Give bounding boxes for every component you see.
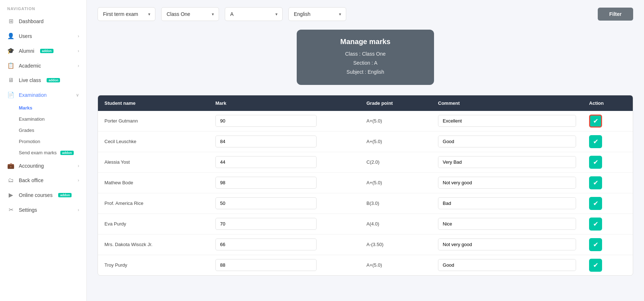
info-card-class: Class : Class One bbox=[345, 51, 386, 57]
chevron-right-icon: › bbox=[78, 63, 79, 68]
back-office-icon: 🗂 bbox=[7, 177, 14, 184]
sidebar-item-label: Dashboard bbox=[19, 18, 44, 24]
sidebar-item-accounting[interactable]: 💼 Accounting › bbox=[0, 158, 86, 173]
table-row: Cecil LeuschkeA+(5.0)✔ bbox=[98, 131, 633, 152]
mark-input[interactable] bbox=[215, 115, 317, 127]
chevron-right-icon: › bbox=[78, 48, 79, 53]
marks-table: Student name Mark Grade point Comment Ac… bbox=[98, 95, 633, 275]
col-grade-point: Grade point bbox=[360, 95, 432, 111]
sidebar-item-academic[interactable]: 📋 Academic › bbox=[0, 58, 86, 73]
submenu-send-exam-marks[interactable]: Send exam marks addon bbox=[19, 147, 86, 158]
sidebar-item-back-office[interactable]: 🗂 Back office › bbox=[0, 173, 86, 188]
comment-input[interactable] bbox=[438, 177, 576, 189]
class-select[interactable]: Class One bbox=[161, 7, 219, 21]
submenu-examination[interactable]: Examination bbox=[19, 113, 86, 125]
grade-cell: A-(3.50) bbox=[360, 234, 432, 255]
chevron-right-icon: › bbox=[78, 163, 79, 168]
comment-cell bbox=[432, 131, 583, 152]
comment-cell bbox=[432, 152, 583, 172]
save-action-button[interactable]: ✔ bbox=[589, 259, 602, 272]
sidebar-item-label: Examination bbox=[19, 92, 47, 98]
dashboard-icon: ⊞ bbox=[7, 18, 14, 25]
sidebar-item-label: Alumni bbox=[19, 48, 34, 54]
comment-input[interactable] bbox=[438, 136, 576, 147]
exam-select[interactable]: First term exam bbox=[98, 7, 155, 21]
sidebar: NAVIGATION ⊞ Dashboard 👤 Users › 🎓 Alumn… bbox=[0, 0, 87, 301]
alumni-icon: 🎓 bbox=[7, 47, 14, 54]
chevron-right-icon: › bbox=[78, 207, 79, 212]
comment-input[interactable] bbox=[438, 238, 576, 250]
sidebar-item-examination[interactable]: 📄 Examination ∨ bbox=[0, 87, 86, 102]
student-name: Cecil Leuschke bbox=[98, 131, 209, 152]
comment-cell bbox=[432, 111, 583, 132]
mark-input[interactable] bbox=[215, 238, 317, 250]
table-row: Troy PurdyA+(5.0)✔ bbox=[98, 255, 633, 275]
filter-bar: First term exam Class One A English Filt… bbox=[98, 7, 633, 21]
sidebar-item-live-class[interactable]: 🖥 Live class addon bbox=[0, 73, 86, 87]
users-icon: 👤 bbox=[7, 33, 14, 39]
grade-cell: A+(5.0) bbox=[360, 131, 432, 152]
col-action: Action bbox=[583, 95, 633, 111]
submenu-marks[interactable]: Marks bbox=[19, 102, 86, 113]
filter-button[interactable]: Filter bbox=[598, 8, 633, 21]
save-action-button[interactable]: ✔ bbox=[589, 115, 602, 128]
comment-input[interactable] bbox=[438, 197, 576, 209]
online-courses-addon-badge: addon bbox=[58, 193, 72, 197]
save-action-button[interactable]: ✔ bbox=[589, 197, 602, 210]
save-action-button[interactable]: ✔ bbox=[589, 218, 602, 231]
comment-input[interactable] bbox=[438, 218, 576, 230]
section-select[interactable]: A bbox=[225, 7, 283, 21]
comment-cell bbox=[432, 193, 583, 214]
mark-input[interactable] bbox=[215, 259, 317, 271]
info-card-section: Section : A bbox=[353, 60, 378, 66]
submenu-grades[interactable]: Grades bbox=[19, 125, 86, 136]
save-action-button[interactable]: ✔ bbox=[589, 156, 602, 169]
exam-select-wrapper: First term exam bbox=[98, 7, 155, 21]
alumni-addon-badge: addon bbox=[40, 49, 53, 53]
mark-cell bbox=[209, 111, 360, 132]
sidebar-item-dashboard[interactable]: ⊞ Dashboard bbox=[0, 14, 86, 29]
mark-input[interactable] bbox=[215, 156, 317, 168]
comment-input[interactable] bbox=[438, 259, 576, 271]
action-cell: ✔ bbox=[583, 234, 633, 255]
grade-cell: A(4.0) bbox=[360, 214, 432, 234]
comment-input[interactable] bbox=[438, 156, 576, 168]
sidebar-item-label: Live class bbox=[19, 77, 41, 83]
comment-cell bbox=[432, 214, 583, 234]
subject-select[interactable]: English bbox=[288, 7, 346, 21]
action-cell: ✔ bbox=[583, 172, 633, 193]
student-name: Eva Purdy bbox=[98, 214, 209, 234]
info-card-title: Manage marks bbox=[311, 38, 420, 46]
mark-cell bbox=[209, 172, 360, 193]
sidebar-item-online-courses[interactable]: ▶ Online courses addon bbox=[0, 188, 86, 202]
mark-input[interactable] bbox=[215, 177, 317, 189]
grade-cell: B(3.0) bbox=[360, 193, 432, 214]
sidebar-item-alumni[interactable]: 🎓 Alumni addon › bbox=[0, 43, 86, 58]
accounting-icon: 💼 bbox=[7, 162, 14, 169]
class-select-wrapper: Class One bbox=[161, 7, 219, 21]
save-action-button[interactable]: ✔ bbox=[589, 176, 602, 189]
comment-cell bbox=[432, 172, 583, 193]
marks-table-container: Student name Mark Grade point Comment Ac… bbox=[98, 95, 633, 276]
action-cell: ✔ bbox=[583, 131, 633, 152]
mark-input[interactable] bbox=[215, 136, 317, 147]
mark-input[interactable] bbox=[215, 197, 317, 209]
save-action-button[interactable]: ✔ bbox=[589, 238, 602, 251]
comment-input[interactable] bbox=[438, 115, 576, 127]
academic-icon: 📋 bbox=[7, 62, 14, 69]
submenu-promotion[interactable]: Promotion bbox=[19, 136, 86, 147]
nav-label: NAVIGATION bbox=[0, 0, 86, 14]
action-cell: ✔ bbox=[583, 214, 633, 234]
student-name: Mrs. Dakota Wisozk Jr. bbox=[98, 234, 209, 255]
action-cell: ✔ bbox=[583, 111, 633, 132]
sidebar-item-settings[interactable]: ✂ Settings › bbox=[0, 202, 86, 217]
sidebar-item-users[interactable]: 👤 Users › bbox=[0, 29, 86, 43]
table-body: Porter GutmannA+(5.0)✔Cecil LeuschkeA+(5… bbox=[98, 111, 633, 275]
mark-input[interactable] bbox=[215, 218, 317, 230]
col-student-name: Student name bbox=[98, 95, 209, 111]
sidebar-item-label: Settings bbox=[19, 207, 37, 213]
sidebar-item-label: Academic bbox=[19, 63, 41, 69]
sidebar-item-label: Accounting bbox=[19, 163, 44, 169]
student-name: Troy Purdy bbox=[98, 255, 209, 275]
save-action-button[interactable]: ✔ bbox=[589, 135, 602, 148]
